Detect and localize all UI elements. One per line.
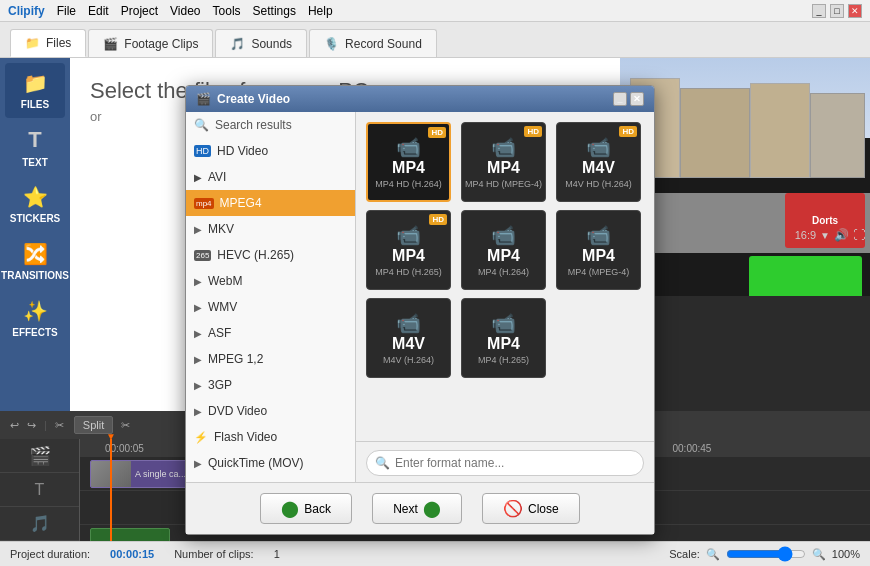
format-sub-7: M4V (H.264)	[383, 355, 434, 365]
back-button[interactable]: ⬤ Back	[260, 493, 352, 524]
tab-bar: 📁 Files 🎬 Footage Clips 🎵 Sounds 🎙️ Reco…	[0, 22, 870, 58]
sidebar-effects-label: EFFECTS	[12, 327, 58, 338]
format-grid-panel: HD 📹 MP4 MP4 HD (H.264) HD 📹 MP4 MP4 HD …	[356, 112, 654, 482]
format-dvd[interactable]: ▶ DVD Video	[186, 398, 355, 424]
format-mpeg12-label: MPEG 1,2	[208, 352, 263, 366]
menu-project[interactable]: Project	[121, 4, 158, 18]
format-mkv[interactable]: ▶ MKV	[186, 216, 355, 242]
camera-icon-7: 📹	[396, 311, 421, 335]
scale-control: Scale: 🔍 🔍 100%	[669, 546, 860, 562]
sidebar-item-effects[interactable]: ✨ EFFECTS	[5, 291, 65, 346]
format-card-mp4-h264[interactable]: HD 📹 MP4 MP4 HD (H.264)	[366, 122, 451, 202]
scale-slider[interactable]	[726, 546, 806, 562]
maximize-button[interactable]: □	[830, 4, 844, 18]
format-type-4: MP4	[392, 247, 425, 265]
next-label: Next	[393, 502, 418, 516]
redo-icon[interactable]: ↪	[27, 419, 36, 432]
menu-edit[interactable]: Edit	[88, 4, 109, 18]
format-dvd-label: DVD Video	[208, 404, 267, 418]
menu-file[interactable]: File	[57, 4, 76, 18]
time-marker-3: 00:00:45	[673, 443, 712, 454]
format-mpeg4[interactable]: mp4 MPEG4	[186, 190, 355, 216]
tab-record-sound[interactable]: 🎙️ Record Sound	[309, 29, 437, 57]
project-duration-value: 00:00:15	[110, 548, 154, 560]
minimize-button[interactable]: _	[812, 4, 826, 18]
mpeg12-icon: ▶	[194, 354, 202, 365]
clips-count: 1	[274, 548, 280, 560]
modal-close[interactable]: ✕	[630, 92, 644, 106]
tab-record-icon: 🎙️	[324, 37, 339, 51]
next-button[interactable]: Next ⬤	[372, 493, 462, 524]
sidebar-item-text[interactable]: T TEXT	[5, 120, 65, 175]
ratio-dropdown-icon[interactable]: ▼	[820, 230, 830, 241]
back-icon: ⬤	[281, 499, 299, 518]
modal-title-icon: 🎬	[196, 92, 211, 106]
app-name: Clipify	[8, 4, 45, 18]
modal-title: Create Video	[217, 92, 290, 106]
format-type-6: MP4	[582, 247, 615, 265]
format-flash[interactable]: ⚡ Flash Video	[186, 424, 355, 450]
format-mkv-label: MKV	[208, 222, 234, 236]
format-card-mp4-h265[interactable]: HD 📹 MP4 MP4 HD (H.265)	[366, 210, 451, 290]
format-hevc[interactable]: 265 HEVC (H.265)	[186, 242, 355, 268]
format-card-mp4-h265-sd[interactable]: 📹 MP4 MP4 (H.265)	[461, 298, 546, 378]
format-3gp[interactable]: ▶ 3GP	[186, 372, 355, 398]
sidebar-transitions-label: TRANSITIONS	[1, 270, 69, 281]
modal-title-bar: 🎬 Create Video _ ✕	[186, 86, 654, 112]
close-button[interactable]: ✕	[848, 4, 862, 18]
menu-help[interactable]: Help	[308, 4, 333, 18]
format-search-results[interactable]: 🔍 Search results	[186, 112, 355, 138]
format-wmv[interactable]: ▶ WMV	[186, 294, 355, 320]
track-label-audio: 🎵	[0, 507, 79, 541]
tab-footage-clips[interactable]: 🎬 Footage Clips	[88, 29, 213, 57]
playhead[interactable]	[110, 439, 112, 541]
close-icon: 🚫	[503, 499, 523, 518]
transitions-icon: 🔀	[23, 242, 48, 266]
close-label: Close	[528, 502, 559, 516]
hd-badge-1: HD	[428, 127, 446, 138]
track-labels: 🎬 T 🎵	[0, 439, 80, 541]
video-clip[interactable]: A single ca...	[90, 460, 190, 488]
sidebar-item-stickers[interactable]: ⭐ STICKERS	[5, 177, 65, 232]
format-card-m4v-h264[interactable]: HD 📹 M4V M4V HD (H.264)	[556, 122, 641, 202]
close-button-modal[interactable]: 🚫 Close	[482, 493, 580, 524]
menu-video[interactable]: Video	[170, 4, 200, 18]
hd-badge-2: HD	[524, 126, 542, 137]
format-mpeg12[interactable]: ▶ MPEG 1,2	[186, 346, 355, 372]
format-card-mp4-h264-sd[interactable]: 📹 MP4 MP4 (H.264)	[461, 210, 546, 290]
format-card-mp4-mpeg4[interactable]: HD 📹 MP4 MP4 HD (MPEG-4)	[461, 122, 546, 202]
format-avi[interactable]: ▶ AVI	[186, 164, 355, 190]
zoom-out-icon[interactable]: 🔍	[706, 548, 720, 561]
modal-minimize[interactable]: _	[613, 92, 627, 106]
cut-icon[interactable]: ✂	[121, 419, 130, 432]
stickers-icon: ⭐	[23, 185, 48, 209]
tab-sounds-label: Sounds	[251, 37, 292, 51]
menu-settings[interactable]: Settings	[253, 4, 296, 18]
search-bar: 🔍	[356, 441, 654, 482]
format-webm[interactable]: ▶ WebM	[186, 268, 355, 294]
format-wmv-label: WMV	[208, 300, 237, 314]
format-quicktime[interactable]: ▶ QuickTime (MOV)	[186, 450, 355, 476]
preview-image: Dorts	[620, 58, 870, 253]
sidebar-item-transitions[interactable]: 🔀 TRANSITIONS	[5, 234, 65, 289]
format-card-m4v-h264-sd[interactable]: 📹 M4V M4V (H.264)	[366, 298, 451, 378]
tab-sounds[interactable]: 🎵 Sounds	[215, 29, 307, 57]
format-search-input[interactable]	[366, 450, 644, 476]
format-card-mp4-mpeg4-sd[interactable]: 📹 MP4 MP4 (MPEG-4)	[556, 210, 641, 290]
format-hd-video[interactable]: HD HD Video	[186, 138, 355, 164]
track-label-text: T	[0, 473, 79, 507]
fullscreen-icon[interactable]: ⛶	[853, 228, 865, 242]
sidebar-item-files[interactable]: 📁 FILES	[5, 63, 65, 118]
format-list: 🔍 Search results HD HD Video ▶ AVI mp4 M…	[186, 112, 356, 482]
zoom-in-icon[interactable]: 🔍	[812, 548, 826, 561]
tab-footage-icon: 🎬	[103, 37, 118, 51]
undo-icon[interactable]: ↩	[10, 419, 19, 432]
speaker-icon[interactable]: 🔊	[834, 228, 849, 242]
tab-files[interactable]: 📁 Files	[10, 29, 86, 57]
menu-tools[interactable]: Tools	[213, 4, 241, 18]
dvd-icon: ▶	[194, 406, 202, 417]
tab-footage-label: Footage Clips	[124, 37, 198, 51]
format-webm-label: WebM	[208, 274, 242, 288]
format-asf[interactable]: ▶ ASF	[186, 320, 355, 346]
modal-controls: _ ✕	[613, 92, 644, 106]
